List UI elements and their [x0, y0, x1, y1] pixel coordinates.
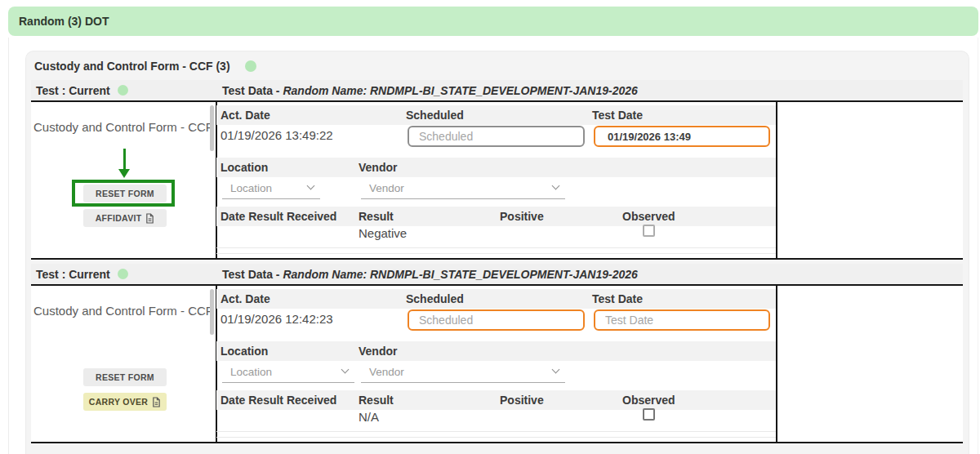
location-header-row: Location Vendor — [216, 158, 776, 177]
ccf-form-label: Custody and Control Form - CCF — [31, 304, 216, 318]
carry-over-button[interactable]: CARRY OVER — [83, 393, 167, 411]
result-value: Negative — [359, 226, 407, 240]
vendor-select[interactable]: Vendor — [361, 177, 565, 199]
result-header-row: Date Result Received Result Positive Obs… — [216, 390, 776, 410]
date-result-received-header: Date Result Received — [220, 394, 336, 407]
observed-checkbox[interactable] — [643, 408, 655, 421]
positive-header: Positive — [500, 210, 544, 223]
result-header: Result — [359, 210, 394, 223]
scheduled-input[interactable] — [408, 309, 585, 331]
chevron-down-icon — [307, 182, 315, 190]
annotation-arrow-icon — [123, 149, 126, 170]
test-date-input[interactable] — [594, 309, 770, 331]
scheduled-input[interactable] — [408, 126, 585, 147]
scrollbar-thumb[interactable] — [210, 105, 214, 151]
act-date-header: Act. Date — [220, 292, 270, 305]
scheduled-header: Scheduled — [406, 292, 464, 305]
annotation-arrowhead-icon — [118, 169, 130, 178]
test-detail-table: Custody and Control Form - CCF RESET FOR… — [31, 102, 963, 260]
location-select[interactable]: Location — [222, 361, 354, 383]
document-icon — [145, 213, 154, 224]
observed-header: Observed — [622, 394, 675, 407]
test-section-header: Test : Current Test Data - Random Name: … — [31, 264, 963, 286]
form-actions-cell: Custody and Control Form - CCF RESET FOR… — [31, 286, 216, 442]
observed-header: Observed — [622, 210, 675, 223]
location-header: Location — [220, 345, 268, 358]
column-divider — [216, 102, 217, 258]
test-detail-table: Custody and Control Form - CCF RESET FOR… — [31, 286, 963, 443]
date-header-row: Act. Date Scheduled Test Date — [216, 289, 776, 309]
vendor-header: Vendor — [359, 345, 397, 358]
act-date-value: 01/19/2026 13:49:22 — [220, 128, 333, 142]
test-data-title: Test Data - Random Name: RNDMPL-BI_STATE… — [222, 268, 638, 281]
scrollbar-thumb[interactable] — [210, 289, 214, 335]
status-dot-icon — [118, 269, 128, 279]
act-date-header: Act. Date — [220, 109, 270, 122]
location-header-row: Location Vendor — [216, 341, 776, 361]
vendor-select[interactable]: Vendor — [361, 361, 565, 383]
random-name: Random Name: RNDMPL-BI_STATE_DEVELOPMENT… — [283, 268, 637, 281]
result-header: Result — [359, 394, 394, 407]
affidavit-button[interactable]: AFFIDAVIT — [83, 209, 167, 227]
reset-form-button[interactable]: RESET FORM — [83, 368, 167, 386]
location-select[interactable]: Location — [222, 177, 320, 199]
test-status-label: Test : Current — [36, 268, 110, 281]
positive-header: Positive — [500, 394, 544, 407]
test-section-1: Test : Current Test Data - Random Name: … — [31, 80, 963, 260]
group-title: Random (3) DOT — [19, 15, 109, 28]
scheduled-header: Scheduled — [406, 109, 464, 122]
test-date-header: Test Date — [592, 292, 643, 305]
chevron-down-icon — [552, 182, 560, 190]
status-dot-icon — [118, 85, 128, 96]
test-status-label: Test : Current — [36, 84, 110, 97]
ccf-card: Custody and Control Form - CCF (3) Test … — [25, 51, 969, 454]
divider — [216, 437, 776, 438]
divider — [216, 431, 776, 432]
test-date-input[interactable] — [594, 126, 770, 147]
status-dot-icon — [245, 60, 256, 72]
test-section-header: Test : Current Test Data - Random Name: … — [31, 80, 963, 102]
test-section-2: Test : Current Test Data - Random Name: … — [31, 264, 963, 443]
random-name: Random Name: RNDMPL-BI_STATE_DEVELOPMENT… — [283, 84, 637, 97]
result-value: N/A — [359, 410, 379, 424]
act-date-value: 01/19/2026 12:42:23 — [220, 312, 333, 326]
location-header: Location — [220, 161, 268, 174]
date-result-received-header: Date Result Received — [220, 210, 336, 223]
column-divider — [216, 286, 217, 442]
chevron-down-icon — [341, 366, 350, 374]
ccf-panel-title: Custody and Control Form - CCF (3) — [34, 60, 230, 73]
observed-checkbox[interactable] — [643, 225, 655, 237]
form-actions-cell: Custody and Control Form - CCF RESET FOR… — [31, 102, 216, 258]
test-data-title: Test Data - Random Name: RNDMPL-BI_STATE… — [222, 84, 638, 97]
date-header-row: Act. Date Scheduled Test Date — [216, 105, 776, 125]
divider — [216, 247, 776, 248]
document-icon — [152, 397, 161, 407]
ccf-form-label: Custody and Control Form - CCF — [31, 120, 216, 134]
column-divider — [776, 102, 777, 258]
outer-panel: Custody and Control Form - CCF (3) Test … — [8, 38, 978, 454]
chevron-down-icon — [552, 366, 560, 374]
vendor-header: Vendor — [359, 161, 397, 174]
test-date-header: Test Date — [592, 109, 643, 122]
column-divider — [776, 286, 777, 442]
result-header-row: Date Result Received Result Positive Obs… — [216, 207, 776, 226]
ccf-panel-header[interactable]: Custody and Control Form - CCF (3) — [34, 58, 256, 74]
reset-form-button[interactable]: RESET FORM — [83, 185, 167, 203]
random-dot-group-header[interactable]: Random (3) DOT — [8, 7, 978, 36]
divider — [216, 253, 776, 254]
